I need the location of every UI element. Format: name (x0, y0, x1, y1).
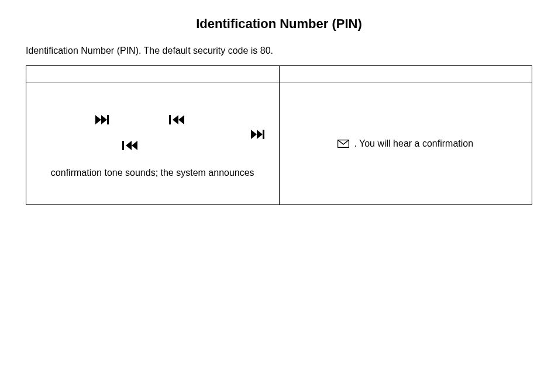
svg-marker-5 (178, 115, 184, 124)
rewind-icon (122, 141, 137, 150)
svg-rect-2 (107, 115, 109, 124)
svg-rect-9 (122, 141, 124, 150)
svg-marker-7 (257, 130, 263, 139)
left-icon-cluster (37, 109, 268, 156)
svg-rect-8 (263, 130, 264, 139)
svg-marker-10 (126, 141, 132, 150)
svg-marker-6 (251, 130, 257, 139)
svg-marker-0 (95, 115, 101, 124)
table-header-left (26, 66, 280, 82)
envelope-icon (337, 140, 349, 148)
svg-marker-4 (173, 115, 178, 124)
svg-marker-11 (132, 141, 137, 150)
left-cell-text: confirmation tone sounds; the system ann… (37, 168, 268, 178)
rewind-icon (169, 115, 184, 124)
fast-forward-icon (95, 115, 111, 124)
svg-marker-1 (101, 115, 107, 124)
table-cell-right: . You will hear a confirmation (279, 82, 532, 205)
table-header-right (279, 66, 532, 82)
table-cell-left: confirmation tone sounds; the system ann… (26, 82, 280, 205)
svg-rect-3 (169, 115, 171, 124)
page-title: Identification Number (PIN) (26, 16, 532, 32)
instruction-table: confirmation tone sounds; the system ann… (26, 65, 532, 205)
intro-text: Identification Number (PIN). The default… (26, 46, 532, 56)
right-cell-text: . You will hear a confirmation (354, 138, 473, 149)
fast-forward-icon (251, 130, 266, 139)
